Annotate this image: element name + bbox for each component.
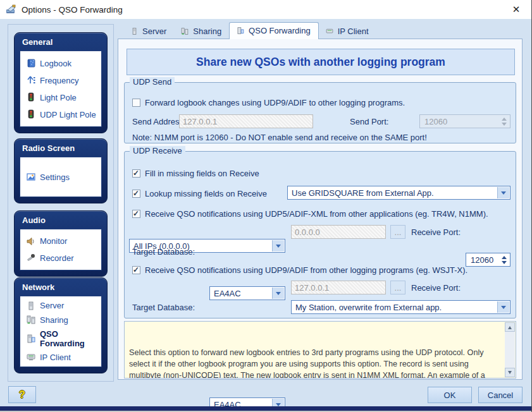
sidebar-panel: General Logbook: [8, 24, 114, 382]
close-icon[interactable]: ✕: [509, 3, 524, 16]
help-text-box: Select this option to forward new logboo…: [124, 321, 516, 379]
sidebar-item-server[interactable]: Server: [26, 301, 101, 311]
microphone-icon: [26, 253, 36, 263]
udp9-browse-button: ...: [390, 281, 405, 294]
options-dialog: Options - QSO Forwarding ✕ General Logbo…: [0, 0, 532, 412]
sidebar-section-radio-screen: Radio Screen Settings: [14, 138, 108, 203]
ok-button[interactable]: OK: [428, 387, 472, 403]
fill-missing-row: Fill in missing fields on Receive: [132, 169, 259, 178]
chevron-down-icon: [272, 288, 284, 299]
sidebar-section-general: General Logbook: [14, 32, 108, 133]
send-port-value: 12060: [424, 117, 447, 126]
fill-missing-checkbox[interactable]: [132, 169, 140, 178]
checkbox-label: Fill in missing fields on Receive: [145, 169, 259, 178]
app-icon: [5, 4, 16, 15]
qso-forwarding-icon: [26, 334, 36, 344]
spinner-arrows-icon: [499, 254, 509, 265]
sidebar-section-audio: Audio Monitor Recorder: [14, 210, 108, 277]
title-bar: Options - QSO Forwarding ✕: [0, 0, 531, 19]
chevron-down-icon: [497, 187, 509, 198]
sidebar-item-settings[interactable]: Settings: [26, 172, 101, 182]
sidebar-item-frequency[interactable]: Frequency: [26, 75, 101, 85]
sidebar-item-sharing[interactable]: Sharing: [26, 315, 101, 325]
dropdown-value: Use GRIDSQUARE from External App.: [292, 188, 434, 198]
sharing-icon: [180, 27, 189, 35]
sidebar-item-label: Server: [40, 301, 64, 310]
send-address-label: Send Address:: [132, 117, 186, 126]
sidebar-item-label: UDP Light Pole: [40, 110, 96, 119]
scroll-down-icon[interactable]: [505, 368, 515, 377]
ip-client-icon: [325, 27, 334, 35]
logbook-icon: [26, 58, 36, 68]
lookup-missing-checkbox[interactable]: [132, 190, 140, 198]
qso-forwarding-page: Share new QSOs with another logging prog…: [118, 39, 523, 380]
tab-label: QSO Forwarding: [249, 26, 311, 35]
udp5-browse-button: ...: [390, 225, 405, 239]
tab-label: IP Client: [338, 27, 369, 36]
udp5-port-label: Receive Port:: [411, 227, 461, 237]
tab-sharing[interactable]: Sharing: [174, 24, 229, 39]
page-title: Share new QSOs with another logging prog…: [127, 49, 515, 75]
sidebar-item-label: Recorder: [40, 253, 73, 263]
scroll-up-icon[interactable]: [505, 322, 515, 332]
sidebar-item-udp-light-pole[interactable]: UDP Light Pole: [26, 109, 101, 119]
help-icon: ?: [19, 389, 25, 401]
udp5-port-spinner[interactable]: 12060: [466, 253, 510, 267]
sidebar-item-label: IP Client: [40, 353, 71, 362]
tab-strip: Server Sharing QSO Forwarding IP Client: [124, 24, 376, 39]
lookup-source-dropdown[interactable]: Use GRIDSQUARE from External App.: [287, 186, 510, 200]
sidebar-item-label: Monitor: [40, 236, 67, 246]
udp5-mode-dropdown[interactable]: My Station, overwrite from External app.: [291, 300, 510, 314]
frequency-icon: [26, 75, 36, 85]
forward-logbook-checkbox[interactable]: [132, 99, 140, 107]
sidebar-item-label: Settings: [40, 173, 70, 182]
tab-qso-forwarding[interactable]: QSO Forwarding: [229, 22, 319, 39]
traffic-light-icon: [26, 92, 36, 102]
checkbox-label: Receive QSO notifications using UDP9/ADI…: [145, 265, 467, 275]
dropdown-value: EA4AC: [214, 289, 241, 298]
help-paragraph: Select this option to forward new logboo…: [129, 347, 500, 379]
server-icon: [26, 301, 36, 311]
tab-server[interactable]: Server: [124, 24, 174, 39]
sidebar-item-monitor[interactable]: Monitor: [26, 236, 101, 246]
sidebar-item-label: QSO Forwarding: [40, 329, 101, 348]
section-title: General: [15, 33, 107, 47]
sharing-icon: [26, 315, 36, 325]
sidebar-item-label: Sharing: [40, 315, 68, 325]
sidebar-section-network: Network Server: [14, 277, 108, 373]
send-port-spinner: 12060: [419, 114, 510, 128]
udp5-ip-input: 0.0.0.0: [291, 225, 386, 239]
udp9-ip-input: 127.0.0.1: [291, 281, 386, 294]
info-scrollbar[interactable]: [505, 322, 515, 377]
udp9-receive-row: Receive QSO notifications using UDP9/ADI…: [132, 265, 467, 275]
sidebar-item-logbook[interactable]: Logbook: [26, 58, 101, 68]
spinner-arrows-icon: [499, 116, 509, 127]
forward-logbook-row: Forward logbook changes using UDP9/ADIF …: [132, 98, 405, 107]
speaker-icon: [26, 236, 36, 246]
udp-receive-group: UDP Receive Fill in missing fields on Re…: [124, 151, 516, 318]
udp9-receive-checkbox[interactable]: [132, 266, 140, 274]
help-button[interactable]: ?: [8, 386, 36, 403]
lookup-missing-row: Lookup missing fields on Receive: [132, 189, 267, 198]
spinner-value: 12060: [471, 255, 493, 265]
sidebar-item-recorder[interactable]: Recorder: [26, 253, 101, 263]
udp5-receive-checkbox[interactable]: [132, 210, 140, 218]
send-note: Note: N1MM port is 12060 - Do NOT enable…: [132, 133, 427, 142]
group-title: UDP Receive: [130, 146, 185, 155]
udp-send-group: UDP Send Forward logbook changes using U…: [124, 82, 516, 143]
sidebar-item-label: Frequency: [40, 76, 78, 85]
udp5-database-dropdown[interactable]: EA4AC: [209, 286, 285, 300]
udp9-target-db-label: Target Database:: [132, 303, 195, 312]
ip-client-icon: [26, 352, 36, 362]
tab-ip-client[interactable]: IP Client: [319, 24, 376, 39]
cancel-button[interactable]: Cancel: [478, 387, 523, 403]
group-title: UDP Send: [130, 77, 175, 87]
sidebar-item-ip-client[interactable]: IP Client: [26, 352, 101, 362]
picture-icon: [26, 172, 36, 182]
send-address-input: 127.0.0.1: [179, 114, 313, 128]
checkbox-label: Lookup missing fields on Receive: [145, 189, 267, 198]
sidebar-item-qso-forwarding[interactable]: QSO Forwarding: [26, 329, 101, 348]
udp5-receive-row: Receive QSO notifications using UDP5/ADI…: [132, 209, 488, 219]
sidebar-item-light-pole[interactable]: Light Pole: [26, 92, 101, 102]
traffic-light-icon: [26, 109, 36, 119]
